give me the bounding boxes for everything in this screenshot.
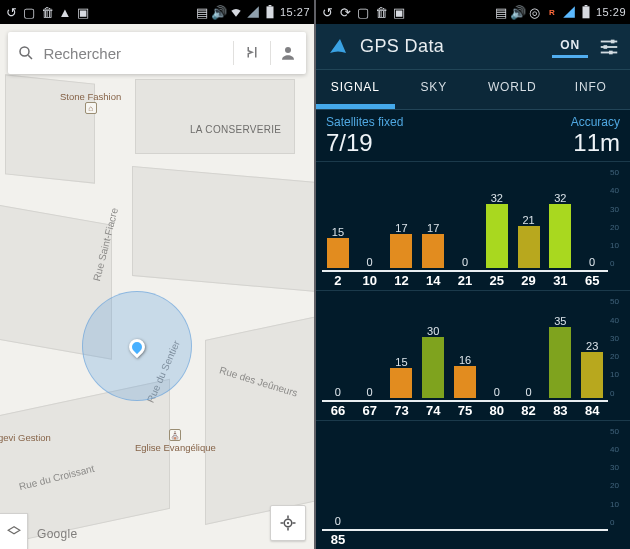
satellite-id: 2 <box>322 272 354 290</box>
gps-toggle[interactable]: ON <box>552 35 588 58</box>
satellite-bar: 23 <box>576 297 608 397</box>
volume-icon: 🔊 <box>511 5 525 19</box>
picture-icon: ▣ <box>76 5 90 19</box>
profile-button[interactable] <box>271 44 306 62</box>
satellite-id <box>544 531 576 549</box>
bar-fill <box>549 204 571 268</box>
svg-point-9 <box>20 47 29 56</box>
vibrate-icon: ▤ <box>494 5 508 19</box>
satellite-id: 29 <box>513 272 545 290</box>
bar-fill <box>390 234 412 268</box>
satellite-bar: 32 <box>544 168 576 268</box>
bars-container: 00153016003523 <box>322 297 608 397</box>
satellite-bar <box>354 427 386 527</box>
search-bar[interactable] <box>8 32 306 74</box>
satellite-bar: 0 <box>322 297 354 397</box>
settings-slider-icon[interactable] <box>598 36 620 58</box>
snr-scale: 01020304050 <box>610 297 628 397</box>
bar-value: 32 <box>491 192 503 204</box>
gpsdata-app: GPS Data ON SIGNAL SKY WORLD INFO Satell… <box>316 24 630 549</box>
bar-fill <box>327 238 349 268</box>
label-conserverie: LA CONSERVERIE <box>190 124 281 135</box>
signal-icon <box>562 5 576 19</box>
poi-eglise: ⛪ Eglise Evangélique <box>135 429 216 453</box>
satellite-bar <box>481 427 513 527</box>
bar-fill <box>486 204 508 268</box>
bar-value: 0 <box>367 256 373 268</box>
bar-fill <box>454 366 476 398</box>
my-location-button[interactable] <box>270 505 306 541</box>
tab-sky[interactable]: SKY <box>395 70 474 109</box>
battery-icon <box>263 5 277 19</box>
satellite-id: 21 <box>449 272 481 290</box>
satellite-id: 10 <box>354 272 386 290</box>
satellite-bar <box>417 427 449 527</box>
church-icon: ⛪ <box>169 429 181 441</box>
satellite-bar: 0 <box>513 297 545 397</box>
satellite-id <box>449 531 481 549</box>
satellite-id: 65 <box>576 272 608 290</box>
tab-signal[interactable]: SIGNAL <box>316 70 395 109</box>
svg-rect-13 <box>585 5 588 6</box>
satellite-bar: 0 <box>354 168 386 268</box>
bar-value: 15 <box>332 226 344 238</box>
accuracy-value: 11m <box>573 129 620 157</box>
bar-value: 0 <box>335 386 341 398</box>
summary-values: 7/19 11m <box>316 129 630 161</box>
app-header: GPS Data ON <box>316 24 630 70</box>
statusbar-left-icons: ↺ ⟳ ▢ 🗑 ▣ <box>320 5 494 19</box>
accuracy-label: Accuracy <box>571 115 620 129</box>
bar-fill <box>549 327 571 397</box>
svg-line-10 <box>28 55 32 59</box>
bar-value: 35 <box>554 315 566 327</box>
satellite-id <box>417 531 449 549</box>
search-input[interactable] <box>43 45 233 62</box>
satellite-id: 84 <box>576 402 608 420</box>
satellite-bar <box>544 427 576 527</box>
gps-icon: ◎ <box>528 5 542 19</box>
bar-value: 0 <box>494 386 500 398</box>
poi-gevi: gevi Gestion <box>0 432 51 443</box>
square-icon: ▢ <box>22 5 36 19</box>
bars-container: 0 <box>322 427 608 527</box>
satellite-id: 80 <box>481 402 513 420</box>
satellite-bar-row: 0102030405000153016003523666773747580828… <box>316 290 630 419</box>
satellite-bar: 0 <box>354 297 386 397</box>
phone-right-gpsdata: ↺ ⟳ ▢ 🗑 ▣ ▤ 🔊 ◎ R 15:29 GPS Data <box>316 0 630 549</box>
satellite-id-strip: 21012142125293165 <box>322 270 608 290</box>
bar-value: 15 <box>395 356 407 368</box>
satellite-bar: 0 <box>576 168 608 268</box>
bar-value: 32 <box>554 192 566 204</box>
statusbar-right: ↺ ⟳ ▢ 🗑 ▣ ▤ 🔊 ◎ R 15:29 <box>316 0 630 24</box>
loop-icon: ↺ <box>4 5 18 19</box>
battery-icon <box>579 5 593 19</box>
bars-container: 150171703221320 <box>322 168 608 268</box>
phone-left-maps: ↺ ▢ 🗑 ▲ ▣ ▤ 🔊 15:27 <box>0 0 314 549</box>
satellite-bar: 0 <box>322 427 354 527</box>
satellite-id: 25 <box>481 272 513 290</box>
satellite-bar: 21 <box>513 168 545 268</box>
bar-value: 30 <box>427 325 439 337</box>
bar-fill <box>422 234 444 268</box>
bar-value: 23 <box>586 340 598 352</box>
satellite-bar: 16 <box>449 297 481 397</box>
directions-button[interactable] <box>234 44 269 62</box>
loop-icon: ↺ <box>320 5 334 19</box>
tab-info[interactable]: INFO <box>552 70 631 109</box>
map-canvas[interactable]: Stone Fashion ⌂ LA CONSERVERIE Rue Saint… <box>0 24 314 549</box>
layers-button[interactable] <box>0 513 28 549</box>
tab-world[interactable]: WORLD <box>473 70 552 109</box>
svg-rect-19 <box>609 50 613 54</box>
svg-rect-1 <box>269 5 272 6</box>
satellite-bar <box>513 427 545 527</box>
bar-value: 0 <box>367 386 373 398</box>
vibrate-icon: ▤ <box>195 5 209 19</box>
satellite-bar: 0 <box>449 168 481 268</box>
clock: 15:29 <box>596 6 626 18</box>
shop-icon: ⌂ <box>85 102 97 114</box>
wifi-icon <box>229 5 243 19</box>
bar-value: 17 <box>427 222 439 234</box>
satellite-id: 14 <box>417 272 449 290</box>
satellite-id: 67 <box>354 402 386 420</box>
maps-viewport[interactable]: Stone Fashion ⌂ LA CONSERVERIE Rue Saint… <box>0 24 314 549</box>
